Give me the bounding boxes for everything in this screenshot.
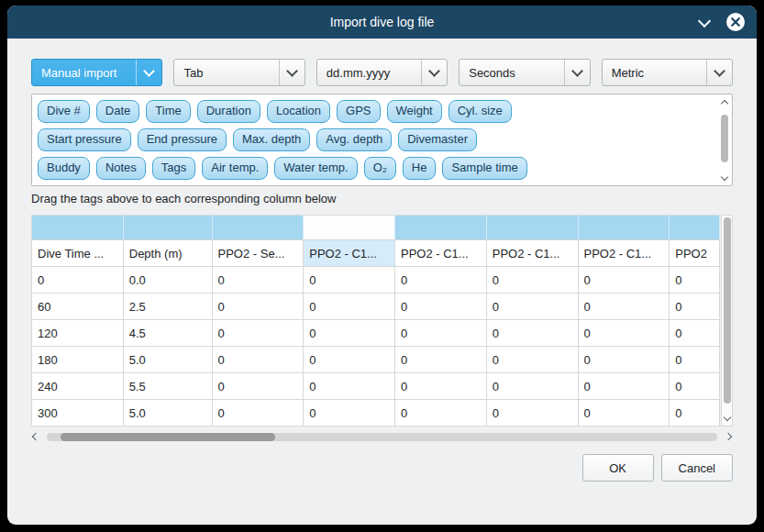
chevron-down-icon — [136, 60, 161, 85]
ok-button[interactable]: OK — [582, 454, 654, 482]
tag-row: BuddyNotesTagsAir temp.Water temp.O₂HeSa… — [38, 157, 712, 180]
table-cell: 0 — [395, 400, 487, 427]
tag-location[interactable]: Location — [267, 100, 330, 123]
tag-scrollbar-thumb[interactable] — [721, 115, 728, 162]
combo-units[interactable]: Metric — [602, 59, 733, 86]
tag-divemaster[interactable]: Divemaster — [398, 128, 477, 151]
table-cell: 0 — [670, 320, 720, 347]
combo-duration-format[interactable]: Seconds — [459, 59, 590, 86]
titlebar[interactable]: Import dive log file — [7, 6, 757, 39]
tag-end-pressure[interactable]: End pressure — [138, 128, 227, 151]
chevron-down-icon — [279, 60, 304, 85]
column-header: PPO2 - C1... — [304, 240, 395, 267]
cancel-button[interactable]: Cancel — [661, 454, 733, 482]
tag-max-depth[interactable]: Max. depth — [233, 128, 310, 151]
table-cell: 0 — [486, 347, 578, 373]
tag-gps[interactable]: GPS — [337, 100, 380, 123]
tag-cyl-size[interactable]: Cyl. size — [448, 100, 512, 123]
table-cell: 5.0 — [123, 347, 212, 373]
import-table-area: Dive Time ...Depth (m)PPO2 - Se...PPO2 -… — [31, 215, 733, 427]
tag-sample-cns[interactable]: Sample CNS — [358, 185, 445, 186]
chevron-down-icon — [706, 60, 732, 85]
tag-time[interactable]: Time — [146, 100, 190, 123]
table-cell: 300 — [32, 400, 124, 427]
drop-cell[interactable] — [486, 216, 578, 240]
combo-value: Tab — [183, 66, 278, 80]
table-scrollbar-thumb[interactable] — [724, 217, 731, 404]
tag-water-temp[interactable]: Water temp. — [274, 157, 357, 180]
drop-cell[interactable] — [395, 216, 487, 240]
tag-dive[interactable]: Dive # — [38, 100, 90, 123]
table-cell: 0 — [395, 294, 487, 320]
combo-import-mode[interactable]: Manual import — [31, 59, 162, 86]
scroll-left-icon[interactable] — [31, 434, 40, 439]
combo-field-separator[interactable]: Tab — [173, 59, 304, 86]
chevron-down-icon — [421, 60, 447, 85]
table-cell: 0 — [212, 347, 304, 373]
tag-row: Dive #DateTimeDurationLocationGPSWeightC… — [38, 100, 712, 123]
table-cell: 0 — [670, 347, 720, 373]
table-cell: 0 — [670, 294, 720, 320]
column-header: PPO2 — [670, 240, 720, 267]
tag-sample-time[interactable]: Sample time — [442, 157, 526, 180]
tag-row: Start pressureEnd pressureMax. depthAvg.… — [38, 128, 712, 151]
drop-cell[interactable] — [304, 216, 395, 240]
tag-air-temp[interactable]: Air temp. — [202, 157, 268, 180]
table-cell: 0 — [578, 373, 670, 400]
chevron-down-icon — [564, 60, 590, 85]
drop-cell[interactable] — [123, 216, 212, 240]
tag-he[interactable]: He — [403, 157, 437, 180]
scroll-down-icon[interactable] — [722, 172, 727, 183]
scroll-right-icon[interactable] — [724, 434, 733, 439]
tag-start-pressure[interactable]: Start pressure — [38, 128, 131, 151]
table-row: 1204.5000000 — [32, 320, 720, 347]
combo-date-format[interactable]: dd.mm.yyyy — [316, 59, 448, 86]
tag-scrollbar[interactable] — [718, 96, 730, 183]
table-row: 1805.0000000 — [32, 347, 720, 373]
table-cell: 0 — [486, 373, 578, 400]
horizontal-scrollbar[interactable] — [31, 429, 733, 444]
tag-notes[interactable]: Notes — [96, 157, 146, 180]
table-cell: 0 — [304, 400, 395, 427]
close-icon[interactable] — [725, 12, 746, 32]
table-row: 3005.0000000 — [32, 400, 720, 427]
drop-cell[interactable] — [212, 216, 304, 240]
scroll-down-icon[interactable] — [725, 413, 730, 424]
table-cell: 0 — [304, 294, 395, 320]
tag-tags[interactable]: Tags — [152, 157, 195, 180]
table-scrollbar[interactable] — [721, 215, 733, 427]
horizontal-scrollbar-thumb[interactable] — [61, 433, 275, 441]
column-header: Depth (m) — [123, 240, 212, 267]
horizontal-scrollbar-track[interactable] — [47, 433, 717, 441]
table-cell: 0 — [578, 294, 670, 320]
tag-date[interactable]: Date — [96, 100, 139, 123]
table-cell: 0 — [486, 267, 578, 294]
table-cell: 2.5 — [123, 294, 212, 320]
tag-buddy[interactable]: Buddy — [38, 157, 90, 180]
tag-sample-po[interactable]: Sample pO₂ — [269, 185, 351, 186]
scroll-up-icon[interactable] — [722, 96, 727, 107]
table-cell: 0 — [670, 267, 720, 294]
titlebar-actions — [696, 12, 757, 32]
tag-weight[interactable]: Weight — [387, 100, 442, 123]
import-dialog: Import dive log file Manual importTabdd.… — [7, 6, 757, 525]
table-cell: 0 — [578, 400, 670, 427]
chevron-down-icon[interactable] — [696, 14, 713, 30]
tag-avg-depth[interactable]: Avg. depth — [316, 128, 392, 151]
tag-sample-depth[interactable]: Sample depth — [38, 185, 129, 186]
table-cell: 0.0 — [123, 267, 212, 294]
table-cell: 5.5 — [123, 373, 212, 400]
column-header: PPO2 - C1... — [395, 240, 487, 267]
drop-cell[interactable] — [670, 216, 720, 240]
table-cell: 0 — [486, 400, 578, 427]
drop-cell[interactable] — [32, 216, 124, 240]
tag-sample-temperature[interactable]: Sample temperature — [136, 185, 262, 186]
combo-value: Manual import — [41, 66, 136, 80]
table-header-row: Dive Time ...Depth (m)PPO2 - Se...PPO2 -… — [32, 240, 720, 267]
combo-value: Seconds — [469, 66, 563, 80]
tag-duration[interactable]: Duration — [197, 100, 260, 123]
table-cell: 0 — [395, 320, 487, 347]
drop-cell[interactable] — [578, 216, 670, 240]
tag-o[interactable]: O₂ — [364, 157, 396, 180]
table-cell: 0 — [395, 267, 487, 294]
